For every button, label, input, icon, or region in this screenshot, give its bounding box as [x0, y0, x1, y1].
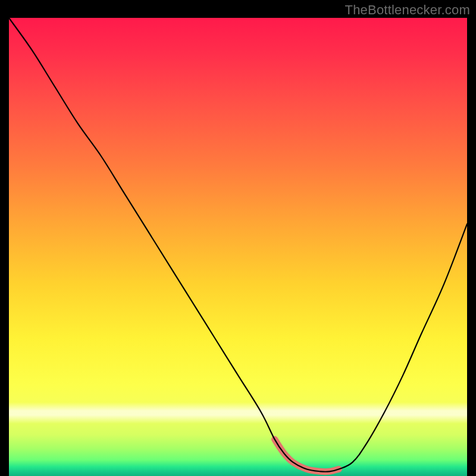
attribution-text: TheBottlenecker.com: [345, 2, 470, 18]
chart-frame: TheBottlenecker.com: [0, 0, 476, 476]
curve-svg: [9, 18, 467, 476]
plot-area: [9, 18, 467, 476]
optimal-range-highlight: [275, 439, 339, 471]
bottleneck-curve-line: [9, 18, 467, 472]
